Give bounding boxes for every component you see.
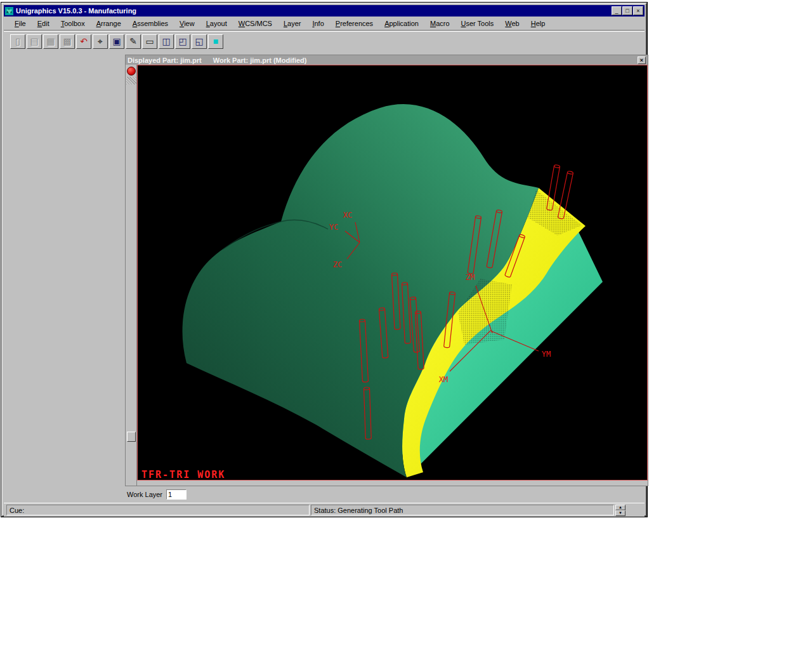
wireframe-view-button[interactable]: ◰ — [175, 34, 190, 49]
app-icon — [5, 7, 13, 15]
menu-item-wcs-mcs[interactable]: WCS/MCS — [233, 18, 278, 29]
graphics-window: Displayed Part: jim.prt Work Part: jim.p… — [125, 55, 648, 486]
menu-bar: File Edit Toolbox Arrange Assemblies Vie… — [4, 17, 645, 30]
close-button[interactable]: × — [633, 6, 643, 15]
status-scroll-control: ▲ ▼ — [615, 505, 625, 516]
work-layer-row: Work Layer — [127, 488, 187, 501]
fit-view-icon: ▣ — [112, 36, 121, 46]
toolbar: ▯ ▤ ▦ ▩ ↶ ⌖ ▣ ✎ ▭ ◫ ◰ ◱ ■ — [4, 31, 645, 51]
save-part-button[interactable]: ▦ — [43, 34, 58, 49]
app-window: Unigraphics V15.0.3 - Manufacturing _ □ … — [1, 3, 647, 517]
snapshot-icon: ▭ — [145, 36, 154, 46]
status-scroll-up-button[interactable]: ▲ — [615, 505, 625, 510]
undo-icon: ↶ — [80, 36, 88, 46]
interrupt-scrollbar[interactable] — [126, 65, 137, 486]
graphics-body: XC YC ZC ZM XM YM TFR-TRI WORK — [126, 65, 648, 486]
menu-item-preferences[interactable]: Preferences — [330, 18, 379, 29]
menu-item-file[interactable]: File — [9, 18, 32, 29]
viewport-3d-canvas[interactable]: XC YC ZC ZM XM YM TFR-TRI WORK — [137, 65, 648, 481]
scrollbar-thumb[interactable] — [127, 432, 136, 442]
work-part-label: Work Part: jim.prt (Modified) — [213, 56, 307, 64]
solid-view-icon: ■ — [213, 36, 218, 46]
menu-item-view[interactable]: View — [174, 18, 200, 29]
menu-item-toolbox[interactable]: Toolbox — [55, 18, 91, 29]
wireframe-view-icon: ◰ — [178, 36, 187, 46]
maximize-button[interactable]: □ — [622, 6, 632, 15]
menu-item-info[interactable]: Info — [306, 18, 329, 29]
print-icon: ▩ — [63, 36, 71, 46]
status-field: Status: Generating Tool Path — [311, 505, 614, 515]
zoom-icon: ⌖ — [98, 36, 103, 47]
drafting-icon: ✎ — [129, 36, 137, 46]
new-part-icon: ▯ — [15, 36, 20, 46]
menu-item-arrange[interactable]: Arrange — [91, 18, 127, 29]
zoom-button[interactable]: ⌖ — [93, 34, 108, 49]
axis-label-ym: YM — [542, 350, 551, 359]
status-bar: Cue: Status: Generating Tool Path ▲ ▼ — [4, 503, 645, 517]
menu-item-layer[interactable]: Layer — [278, 18, 307, 29]
menu-item-help[interactable]: Help — [525, 18, 551, 29]
layer-visibility-button[interactable]: ◫ — [159, 34, 174, 49]
view-annotation: TFR-TRI WORK — [141, 469, 225, 480]
title-bar[interactable]: Unigraphics V15.0.3 - Manufacturing _ □ … — [4, 5, 645, 17]
graphics-close-button[interactable]: × — [638, 56, 646, 64]
open-part-icon: ▤ — [30, 36, 38, 46]
minimize-button[interactable]: _ — [612, 6, 622, 15]
scrollbar-dither — [126, 77, 136, 84]
axis-label-xc: XC — [343, 211, 352, 220]
interrupt-stop-light-button[interactable] — [127, 67, 136, 76]
shaded-view-icon: ◱ — [195, 36, 203, 46]
side-panel — [4, 52, 125, 501]
open-part-button[interactable]: ▤ — [27, 34, 42, 49]
axis-label-yc: YC — [329, 223, 338, 232]
menu-item-macro[interactable]: Macro — [424, 18, 455, 29]
status-scroll-down-button[interactable]: ▼ — [615, 510, 625, 516]
work-layer-input[interactable] — [166, 489, 187, 500]
menu-item-user-tools[interactable]: User Tools — [455, 18, 500, 29]
axis-label-zc: ZC — [333, 260, 342, 269]
print-button[interactable]: ▩ — [60, 34, 75, 49]
undo-button[interactable]: ↶ — [76, 34, 91, 49]
solid-view-button[interactable]: ■ — [208, 34, 223, 49]
drafting-button[interactable]: ✎ — [126, 34, 141, 49]
cue-field: Cue: — [6, 505, 310, 515]
menu-item-web[interactable]: Web — [499, 18, 525, 29]
shaded-view-button[interactable]: ◱ — [192, 34, 207, 49]
save-part-icon: ▦ — [46, 36, 55, 46]
displayed-part-label: Displayed Part: jim.prt — [128, 56, 202, 64]
work-layer-label: Work Layer — [127, 491, 162, 498]
desktop: Unigraphics V15.0.3 - Manufacturing _ □ … — [0, 0, 812, 650]
menu-item-edit[interactable]: Edit — [32, 18, 55, 29]
menu-item-assemblies[interactable]: Assemblies — [127, 18, 174, 29]
menu-item-application[interactable]: Application — [379, 18, 424, 29]
viewport-3d-scene: XC YC ZC ZM XM YM TFR-TRI WORK — [138, 65, 647, 480]
menu-item-layout[interactable]: Layout — [200, 18, 233, 29]
layer-visibility-icon: ◫ — [162, 36, 170, 46]
axis-label-zm: ZM — [466, 273, 475, 282]
fit-view-button[interactable]: ▣ — [109, 34, 124, 49]
axis-label-xm: XM — [439, 375, 448, 384]
new-part-button[interactable]: ▯ — [10, 34, 25, 49]
graphics-window-header[interactable]: Displayed Part: jim.prt Work Part: jim.p… — [126, 55, 648, 65]
window-title: Unigraphics V15.0.3 - Manufacturing — [16, 7, 611, 15]
snapshot-button[interactable]: ▭ — [142, 34, 157, 49]
